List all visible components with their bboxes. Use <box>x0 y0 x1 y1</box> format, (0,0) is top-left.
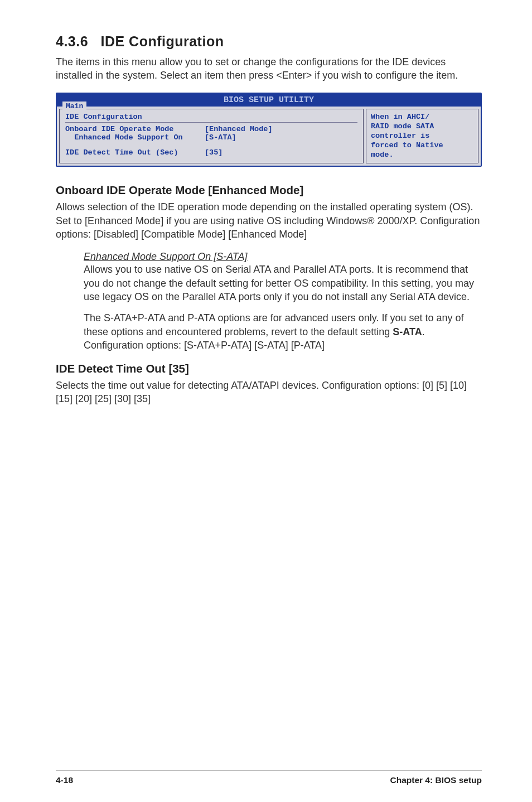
subsection-heading: IDE Detect Time Out [35] <box>56 362 482 375</box>
bios-setting-value: [35] <box>205 148 223 157</box>
intro-paragraph: The items in this menu allow you to set … <box>56 55 482 83</box>
chapter-label: Chapter 4: BIOS setup <box>390 775 482 785</box>
bios-tab-main: Main <box>62 102 86 114</box>
bios-help-text: When in AHCI/ RAID mode SATA controller … <box>371 113 443 159</box>
bios-screenshot: BIOS SETUP UTILITY Main IDE Configuratio… <box>56 93 482 167</box>
bios-setting-row: Onboard IDE Operate Mode [Enhanced Mode] <box>65 125 357 133</box>
bios-divider <box>65 122 357 123</box>
bios-header-title: BIOS SETUP UTILITY <box>224 95 314 105</box>
sub-option-p1: Allows you to use native OS on Serial AT… <box>84 263 482 303</box>
sub-option-p2: The S-ATA+P-ATA and P-ATA options are fo… <box>84 311 482 352</box>
bios-panel-title: IDE Configuration <box>65 113 357 121</box>
spacer <box>65 142 357 148</box>
bios-left-panel: IDE Configuration Onboard IDE Operate Mo… <box>59 109 364 163</box>
section-number: 4.3.6 <box>56 33 88 49</box>
bios-body: IDE Configuration Onboard IDE Operate Mo… <box>57 107 481 166</box>
bios-header: BIOS SETUP UTILITY Main <box>57 94 481 107</box>
bios-help-panel: When in AHCI/ RAID mode SATA controller … <box>366 109 478 163</box>
section-title-text: IDE Configuration <box>100 33 224 49</box>
page-number: 4-18 <box>56 775 73 785</box>
page-footer: 4-18 Chapter 4: BIOS setup <box>56 770 482 785</box>
bios-setting-row: Enhanced Mode Support On [S-ATA] <box>65 133 357 142</box>
bios-setting-label: Onboard IDE Operate Mode <box>65 125 205 133</box>
bios-setting-row: IDE Detect Time Out (Sec) [35] <box>65 148 357 157</box>
bios-setting-value: [Enhanced Mode] <box>205 125 273 133</box>
bios-setting-label: Enhanced Mode Support On <box>65 133 205 142</box>
bios-setting-label: IDE Detect Time Out (Sec) <box>65 148 205 157</box>
subsection-heading: Onboard IDE Operate Mode [Enhanced Mode] <box>56 183 482 197</box>
bios-setting-value: [S-ATA] <box>205 133 236 142</box>
p2-strong: S-ATA <box>393 326 422 337</box>
subsection-body: Allows selection of the IDE operation mo… <box>56 200 482 241</box>
sub-option-title: Enhanced Mode Support On [S-ATA] <box>84 251 482 263</box>
section-heading: 4.3.6 IDE Configuration <box>56 33 482 50</box>
subsection-body: Selects the time out value for detecting… <box>56 379 482 406</box>
indented-block: Enhanced Mode Support On [S-ATA] Allows … <box>84 251 482 352</box>
